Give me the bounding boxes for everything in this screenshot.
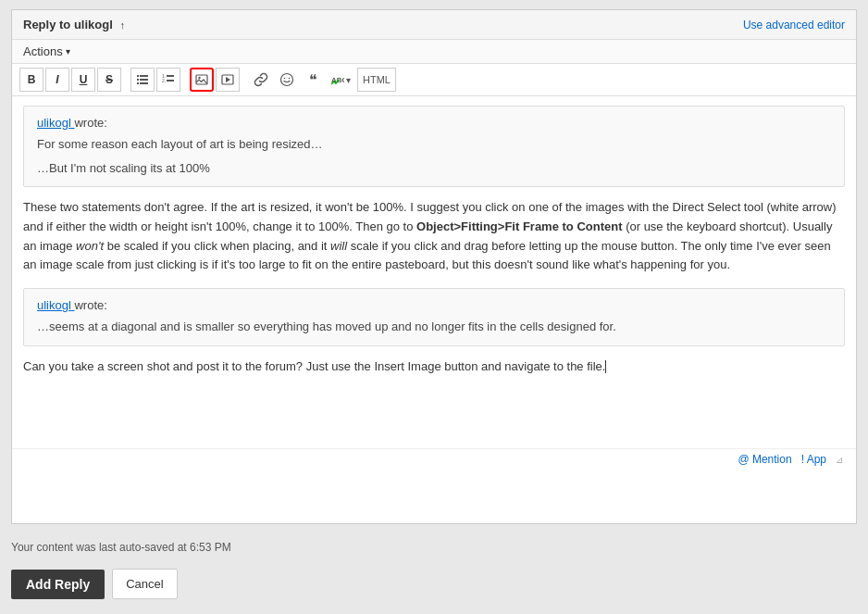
- editor-footer: @ Mention ! App ⊿: [12, 448, 856, 470]
- strikethrough-button[interactable]: S: [97, 68, 121, 92]
- reply-title: Reply to ulikogl ↑: [23, 18, 125, 31]
- spellcheck-icon: ABC: [331, 73, 344, 86]
- svg-point-16: [289, 78, 291, 80]
- svg-rect-4: [137, 82, 139, 84]
- quote-block-2: ulikogl wrote: …seems at a diagonal and …: [23, 288, 845, 346]
- quote-author-link-1[interactable]: ulikogl: [37, 116, 74, 130]
- bottom-actions: Add Reply Cancel: [0, 561, 868, 614]
- actions-label: Actions: [23, 44, 63, 58]
- svg-point-15: [284, 78, 286, 80]
- page-container: Reply to ulikogl ↑ Use advanced editor A…: [0, 0, 868, 614]
- media-button[interactable]: [216, 68, 240, 92]
- actions-bar: Actions ▾: [12, 40, 856, 64]
- quote-button[interactable]: ❝: [301, 68, 325, 92]
- quote-author-2: ulikogl wrote:: [37, 298, 831, 312]
- text-cursor: [605, 360, 606, 373]
- app-button[interactable]: ! App: [801, 453, 826, 466]
- ordered-list-icon: 1. 2.: [162, 73, 175, 86]
- italic-button[interactable]: I: [45, 68, 69, 92]
- svg-rect-0: [137, 75, 139, 77]
- html-button[interactable]: HTML: [357, 68, 396, 92]
- link-button[interactable]: [249, 68, 273, 92]
- quote-author-link-2[interactable]: ulikogl: [37, 298, 74, 312]
- reply-box: Reply to ulikogl ↑ Use advanced editor A…: [11, 9, 857, 524]
- ordered-list-button[interactable]: 1. 2.: [156, 68, 180, 92]
- cursor-line: Can you take a screen shot and post it t…: [23, 357, 845, 377]
- play-icon: [221, 73, 234, 86]
- reply-paragraph-1: These two statements don't agree. If the…: [23, 198, 845, 275]
- svg-rect-1: [140, 75, 148, 77]
- bullet-list-icon: [136, 73, 149, 86]
- toolbar: B I U S: [12, 64, 856, 96]
- actions-arrow: ▾: [66, 46, 70, 56]
- svg-marker-13: [226, 77, 230, 82]
- quote-text-2: …seems at a diagonal and is smaller so e…: [37, 318, 831, 336]
- svg-point-11: [198, 77, 200, 79]
- reply-title-text: Reply to ulikogl: [23, 18, 113, 31]
- quote-block-1: ulikogl wrote: For some reason each layo…: [23, 106, 845, 187]
- autosave-text: Your content was last auto-saved at 6:53…: [11, 541, 231, 554]
- svg-point-14: [281, 74, 293, 86]
- quote-author-1: ulikogl wrote:: [37, 116, 831, 130]
- html-label: HTML: [363, 74, 391, 85]
- svg-rect-9: [167, 80, 174, 81]
- emoji-icon: [279, 72, 294, 87]
- mention-button[interactable]: @ Mention: [738, 453, 791, 466]
- svg-rect-7: [167, 75, 174, 77]
- add-reply-button[interactable]: Add Reply: [11, 570, 105, 599]
- emoji-button[interactable]: [275, 68, 299, 92]
- link-icon: [254, 72, 268, 87]
- resize-handle[interactable]: ⊿: [836, 455, 845, 464]
- insert-image-button[interactable]: [190, 68, 214, 92]
- reply-title-arrow: ↑: [119, 19, 125, 31]
- spellcheck-button[interactable]: ABC ▾: [327, 68, 355, 92]
- quote-wrote-2: wrote:: [74, 298, 106, 312]
- underline-button[interactable]: U: [71, 68, 95, 92]
- svg-rect-2: [137, 79, 139, 81]
- autosave-bar: Your content was last auto-saved at 6:53…: [0, 533, 868, 561]
- reply-header: Reply to ulikogl ↑ Use advanced editor: [12, 10, 856, 40]
- image-icon: [195, 73, 208, 86]
- svg-rect-3: [140, 79, 148, 81]
- quote-text-1: For some reason each layout of art is be…: [37, 135, 831, 177]
- editor-area[interactable]: ulikogl wrote: For some reason each layo…: [12, 96, 856, 448]
- bold-button[interactable]: B: [19, 68, 43, 92]
- actions-button[interactable]: Actions ▾: [23, 44, 70, 58]
- cancel-button[interactable]: Cancel: [112, 569, 177, 599]
- svg-rect-5: [140, 82, 148, 84]
- quote-wrote-1: wrote:: [74, 116, 106, 130]
- svg-text:2.: 2.: [162, 78, 166, 83]
- advanced-editor-link[interactable]: Use advanced editor: [743, 19, 845, 31]
- bullet-list-button[interactable]: [130, 68, 155, 92]
